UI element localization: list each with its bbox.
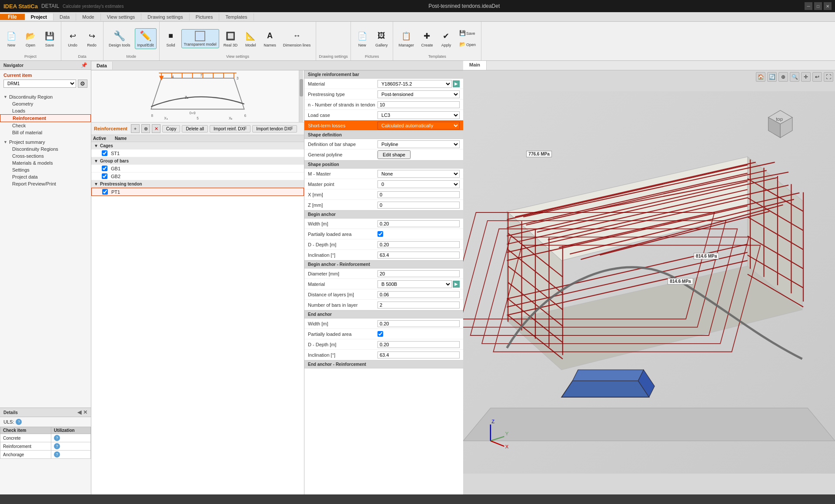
import-tendon-dxf-button[interactable]: Import tendon DXF bbox=[252, 125, 297, 133]
concrete-info-icon[interactable]: ? bbox=[54, 435, 60, 441]
close-button[interactable]: ✕ bbox=[824, 2, 832, 10]
delete-all-button[interactable]: Delete all bbox=[182, 125, 208, 133]
create-template-button[interactable]: ✚ Create bbox=[418, 28, 436, 49]
real-3d-button[interactable]: 🔲 Real 3D bbox=[221, 28, 240, 49]
import-reinf-dxf-button[interactable]: Import reinf. DXF bbox=[210, 125, 250, 133]
begin-material-edit-button[interactable]: ▶ bbox=[453, 281, 460, 288]
end-partially-checkbox[interactable] bbox=[377, 331, 383, 337]
nav-item-loads[interactable]: Loads bbox=[0, 107, 91, 114]
manager-button[interactable]: 📋 Manager bbox=[396, 28, 417, 49]
strands-input[interactable] bbox=[377, 101, 460, 108]
end-incl-input[interactable] bbox=[377, 351, 460, 358]
tab-templates[interactable]: Templates bbox=[219, 13, 254, 20]
begin-diam-input[interactable] bbox=[377, 270, 460, 277]
names-button[interactable]: A Names bbox=[261, 28, 279, 49]
new-picture-button[interactable]: 📄 New bbox=[354, 28, 371, 49]
dimension-lines-button[interactable]: ↔ Dimension lines bbox=[281, 28, 314, 49]
begin-width-input[interactable] bbox=[377, 220, 460, 227]
new-button[interactable]: 📄 New bbox=[3, 28, 20, 49]
delete-reinforcement-button[interactable]: ✕ bbox=[152, 124, 160, 133]
nav-item-geometry[interactable]: Geometry bbox=[0, 100, 91, 107]
tab-mode[interactable]: Mode bbox=[76, 13, 101, 20]
redo-button[interactable]: ↪ Redo bbox=[83, 28, 100, 49]
fullscreen-button[interactable]: ⛶ bbox=[824, 72, 833, 82]
gb1-checkbox[interactable] bbox=[102, 166, 107, 171]
def-bar-shape-select[interactable]: Polyline bbox=[377, 140, 460, 148]
save-template-button[interactable]: 💾 Save bbox=[457, 28, 478, 38]
file-tab[interactable]: File bbox=[0, 14, 25, 20]
add-reinforcement-button[interactable]: + bbox=[131, 124, 140, 133]
reinf-group-bars[interactable]: ▼ Group of bars bbox=[91, 157, 304, 165]
copy-button[interactable]: Copy bbox=[162, 125, 180, 133]
orbit-button[interactable]: 🔄 bbox=[767, 72, 777, 82]
current-item-settings-button[interactable]: ⚙ bbox=[78, 80, 87, 88]
tab-data-main[interactable]: Data bbox=[91, 62, 113, 70]
design-tools-button[interactable]: 🔧 Design tools bbox=[106, 28, 133, 49]
begin-bars-input[interactable] bbox=[377, 302, 460, 308]
zoom-extents-button[interactable]: ⊕ bbox=[778, 72, 788, 82]
begin-depth-input[interactable] bbox=[377, 241, 460, 248]
gb2-checkbox[interactable] bbox=[102, 173, 107, 179]
st1-checkbox[interactable] bbox=[102, 150, 107, 156]
begin-incl-input[interactable] bbox=[377, 252, 460, 259]
nav-item-settings[interactable]: Settings bbox=[0, 166, 91, 173]
master-select[interactable]: None bbox=[377, 170, 460, 178]
gallery-button[interactable]: 🖼 Gallery bbox=[373, 28, 391, 49]
anchorage-info-icon[interactable]: ? bbox=[54, 451, 60, 458]
navigator-pin[interactable]: 📌 bbox=[81, 62, 87, 68]
tab-data[interactable]: Data bbox=[53, 13, 76, 20]
short-term-losses-select[interactable]: Calculated automatically bbox=[377, 122, 460, 129]
nav-item-check[interactable]: Check bbox=[0, 122, 91, 129]
open-template-button[interactable]: 📂 Open bbox=[457, 39, 478, 50]
apply-template-button[interactable]: ✔ Apply bbox=[438, 28, 455, 49]
tab-pictures[interactable]: Pictures bbox=[190, 13, 220, 20]
home-view-button[interactable]: 🏠 bbox=[756, 72, 765, 82]
material-select[interactable]: Y1860S7-15.2 bbox=[377, 80, 452, 88]
begin-partially-checkbox[interactable] bbox=[377, 231, 383, 237]
transparent-model-button[interactable]: Transparent model bbox=[181, 29, 219, 48]
undo-view-button[interactable]: ↩ bbox=[812, 72, 822, 82]
begin-material-select[interactable]: B 500B bbox=[377, 280, 452, 288]
details-close[interactable]: ✕ bbox=[83, 409, 87, 415]
save-button[interactable]: 💾 Save bbox=[41, 28, 58, 49]
input-edit-button[interactable]: ✏️ Input/Edit bbox=[135, 28, 157, 49]
nav-section-header-dr[interactable]: ▼ Discontinuity Region bbox=[0, 93, 91, 100]
nav-item-report[interactable]: Report Preview/Print bbox=[0, 180, 91, 187]
list-item[interactable]: GB1 bbox=[91, 165, 304, 172]
prestressing-type-select[interactable]: Post-tensioned bbox=[377, 90, 460, 98]
undo-button[interactable]: ↩ Undo bbox=[64, 28, 81, 49]
solid-button[interactable]: ■ Solid bbox=[162, 28, 180, 49]
pan-button[interactable]: ✛ bbox=[801, 72, 811, 82]
uls-info-icon[interactable]: ? bbox=[16, 419, 22, 425]
nav-item-reinforcement[interactable]: Reinforcement bbox=[0, 114, 91, 122]
model-button[interactable]: 📐 Model bbox=[242, 28, 259, 49]
maximize-button[interactable]: □ bbox=[814, 2, 822, 10]
tab-project[interactable]: Project bbox=[25, 13, 53, 20]
reinforcement-info-icon[interactable]: ? bbox=[54, 443, 60, 449]
nav-item-bill-of-material[interactable]: Bill of material bbox=[0, 129, 91, 136]
list-item[interactable]: ST1 bbox=[91, 149, 304, 157]
nav-item-cross-sections[interactable]: Cross-sections bbox=[0, 153, 91, 159]
end-depth-input[interactable] bbox=[377, 341, 460, 348]
nav-item-discontinuity-regions[interactable]: Discontinuity Regions bbox=[0, 146, 91, 153]
list-item[interactable]: PT1 bbox=[91, 188, 304, 196]
tab-drawing-settings[interactable]: Drawing settings bbox=[141, 13, 189, 20]
tab-view-settings[interactable]: View settings bbox=[101, 13, 142, 20]
nav-item-materials-models[interactable]: Materials & models bbox=[0, 159, 91, 166]
add-reinforcement-2-button[interactable]: ⊕ bbox=[141, 124, 150, 133]
zoom-window-button[interactable]: 🔍 bbox=[790, 72, 799, 82]
list-item[interactable]: GB2 bbox=[91, 172, 304, 180]
load-case-select[interactable]: LC3 bbox=[377, 111, 460, 119]
nav-section-header-ps[interactable]: ▼ Project summary bbox=[0, 139, 91, 146]
master-point-select[interactable]: 0 bbox=[377, 180, 460, 188]
reinf-group-tendon[interactable]: ▼ Prestressing tendon bbox=[91, 180, 304, 188]
z-input[interactable] bbox=[377, 202, 460, 209]
viewport-canvas[interactable]: 🏠 🔄 ⊕ 🔍 ✛ ↩ ⛶ bbox=[463, 70, 835, 494]
material-edit-button[interactable]: ▶ bbox=[453, 80, 460, 87]
edit-shape-button[interactable]: Edit shape bbox=[377, 150, 411, 159]
x-input[interactable] bbox=[377, 191, 460, 198]
tab-main[interactable]: Main bbox=[463, 61, 487, 70]
pt1-checkbox[interactable] bbox=[102, 189, 108, 195]
drawing-scrollbar[interactable] bbox=[299, 70, 303, 122]
open-button[interactable]: 📂 Open bbox=[22, 28, 39, 49]
